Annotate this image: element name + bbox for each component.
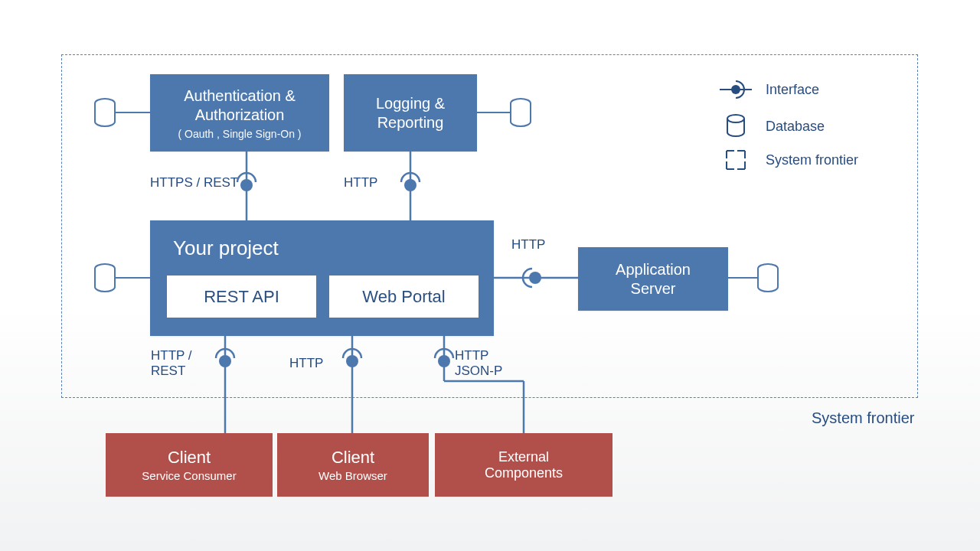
diagram-stage: Authentication & Authorization ( Oauth ,… bbox=[0, 0, 980, 551]
inset-web-portal: Web Portal bbox=[329, 276, 479, 318]
box-app-server: Application Server bbox=[578, 247, 728, 311]
box-logging-title: Logging & Reporting bbox=[376, 94, 445, 132]
label-c1-up: HTTP / REST bbox=[151, 348, 192, 380]
client2-title: Client bbox=[332, 448, 374, 468]
svg-point-1 bbox=[731, 85, 740, 94]
legend-frontier: System frontier bbox=[720, 148, 858, 171]
frontier-caption: System frontier bbox=[812, 409, 914, 427]
legend-interface-label: Interface bbox=[766, 82, 819, 98]
client3-title: External Components bbox=[485, 449, 563, 481]
inset-rest-label: REST API bbox=[204, 287, 279, 307]
box-client-consumer: Client Service Consumer bbox=[106, 433, 273, 497]
label-auth-down: HTTPS / REST bbox=[150, 175, 238, 191]
box-app-title: Application Server bbox=[616, 260, 691, 298]
box-auth: Authentication & Authorization ( Oauth ,… bbox=[150, 74, 329, 152]
box-project-title: Your project bbox=[173, 236, 279, 261]
inset-portal-label: Web Portal bbox=[362, 287, 445, 307]
legend-interface: Interface bbox=[720, 80, 819, 99]
label-proj-right: HTTP bbox=[511, 237, 545, 253]
interface-icon bbox=[720, 80, 752, 99]
inset-rest-api: REST API bbox=[167, 276, 316, 318]
box-logging: Logging & Reporting bbox=[344, 74, 477, 152]
database-icon bbox=[720, 113, 752, 139]
box-client-browser: Client Web Browser bbox=[277, 433, 429, 497]
frontier-icon bbox=[720, 148, 752, 171]
box-auth-sub: ( Oauth , Single Sign-On ) bbox=[178, 128, 301, 140]
svg-point-2 bbox=[727, 115, 744, 122]
legend-database-label: Database bbox=[766, 119, 825, 135]
box-auth-title: Authentication & Authorization bbox=[184, 86, 296, 125]
box-external-components: External Components bbox=[435, 433, 612, 497]
legend-database: Database bbox=[720, 113, 825, 139]
label-log-down: HTTP bbox=[344, 175, 377, 191]
client1-title: Client bbox=[168, 448, 211, 468]
label-c3-up: HTTP JSON-P bbox=[455, 348, 502, 380]
label-c2-up: HTTP bbox=[289, 356, 323, 371]
client1-sub: Service Consumer bbox=[142, 469, 236, 482]
client2-sub: Web Browser bbox=[318, 469, 387, 482]
legend-frontier-label: System frontier bbox=[766, 152, 858, 168]
